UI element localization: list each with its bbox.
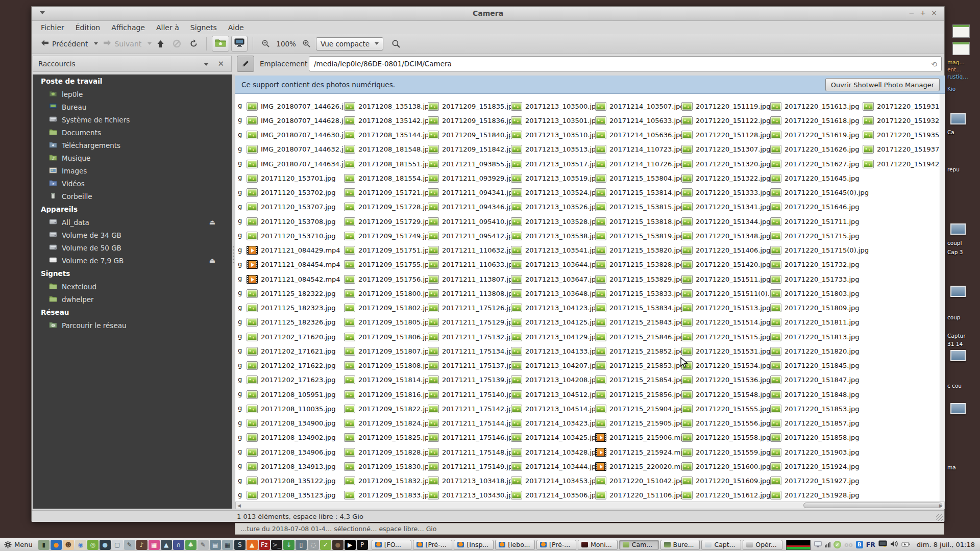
file-item[interactable]: 20171214_103428.jpg	[511, 446, 600, 458]
desktop-photo-icon[interactable]	[950, 223, 966, 235]
forward-button[interactable]: Suivant	[100, 37, 144, 50]
reload-location-icon[interactable]: ⟲	[931, 60, 937, 68]
file-item[interactable]: 20171202_171623.jpg	[247, 374, 336, 386]
file-item[interactable]: 20171209_151807.jpg	[344, 345, 433, 357]
file-item[interactable]: 20171213_103647.jpg	[511, 273, 600, 285]
computer-button[interactable]	[231, 36, 248, 52]
file-item[interactable]: 20171211_095412.jpg	[428, 230, 517, 242]
file-item[interactable]: 20171208_181551.jpg	[344, 158, 433, 170]
file-item[interactable]: 20171220_151612.jpg	[681, 489, 771, 502]
taskbar-window-lebo[interactable]: [lebo...	[495, 540, 535, 550]
chevron-down-icon[interactable]	[204, 63, 209, 66]
file-item[interactable]: 20171208_135123.jpg	[247, 489, 336, 502]
file-item[interactable]: 20171215_153815.jpg	[595, 201, 684, 213]
file-item[interactable]: 20171220_151122.jpg	[681, 114, 771, 127]
file-item[interactable]: 20171215_215906.mp4	[595, 432, 689, 444]
file-item[interactable]: 20171209_151802.jpg	[344, 302, 433, 314]
file-item[interactable]: 20171208_135142.jpg	[344, 114, 433, 127]
file-item[interactable]: 20171211_175129.jpg	[428, 316, 517, 329]
file-item[interactable]: 20171211_095410.jpg	[428, 215, 517, 228]
menu-item-aller[interactable]: Aller à	[151, 22, 184, 33]
headphones-icon[interactable]: ∩	[173, 540, 184, 550]
horizontal-scrollbar[interactable]: ◀ ▶	[235, 502, 945, 509]
menu-button[interactable]: Menu	[2, 540, 37, 549]
file-item[interactable]: 20171211_175148.jpg	[428, 446, 517, 458]
audio-face-icon[interactable]: ☻	[63, 540, 74, 550]
file-item[interactable]: 20171209_151800.jpg	[344, 287, 433, 299]
file-item[interactable]: 20171215_215905.jpg	[595, 417, 684, 430]
file-item[interactable]: 20171208_134900.jpg	[247, 417, 336, 430]
file-item[interactable]: 20171220_151857.jpg	[770, 417, 860, 430]
file-item[interactable]: 20171209_151816.jpg	[344, 388, 433, 400]
file-item[interactable]: 20171209_151749.jpg	[344, 230, 433, 242]
file-item[interactable]: 20171213_103541.jpg	[511, 244, 600, 257]
file-item[interactable]: 20171215_153833.jpg	[595, 287, 684, 299]
file-item[interactable]: 20171220_151341.jpg	[681, 201, 771, 213]
display-tray-icon[interactable]	[814, 540, 822, 549]
desktop-document-icon[interactable]	[952, 24, 970, 38]
network-signal-icon[interactable]	[825, 542, 830, 547]
file-item[interactable]: 20171220_151534.jpg	[681, 360, 771, 372]
sync-circles-icon[interactable]: oo	[844, 541, 853, 548]
file-item[interactable]: 20171213_103513.jpg	[511, 143, 600, 156]
file-item[interactable]: 20171211_175139.jpg	[428, 374, 517, 386]
edit-location-button[interactable]	[237, 56, 254, 72]
file-item[interactable]: 20171220_151903.jpg	[770, 446, 860, 458]
firefox-icon[interactable]: ●	[51, 540, 62, 550]
file-item[interactable]: 20171220_151333.jpg	[681, 187, 771, 199]
file-item[interactable]: 20171213_104133.jpg	[511, 345, 600, 357]
file-item[interactable]: 20171211_175146.jpg	[428, 432, 517, 444]
file-item[interactable]: 20171215_215904.jpg	[595, 403, 684, 415]
file-item[interactable]: 20171214_110723.jpg	[595, 143, 684, 156]
file-item[interactable]: 20171121_084454.mp4	[247, 259, 340, 271]
eye-icon[interactable]: ◉	[75, 540, 86, 550]
menu-item-fichier[interactable]: Fichier	[36, 22, 69, 33]
file-item[interactable]: 20171220_151942.jpg	[863, 158, 945, 170]
file-item[interactable]: 20171220_151845.jpg	[770, 360, 860, 372]
file-item[interactable]: 20171214_105633.jpg	[595, 114, 684, 127]
bluetooth-icon[interactable]: B	[856, 541, 863, 548]
disc-icon[interactable]: ◌	[308, 540, 319, 550]
file-item[interactable]: 20171208_181554.jpg	[344, 172, 433, 184]
file-item[interactable]: 20171220_151935.jpg	[863, 129, 945, 141]
maximize-button[interactable]: +	[918, 9, 928, 17]
view-mode-select[interactable]: Vue compacte	[316, 37, 383, 51]
file-item[interactable]: 20171215_215846.jpg	[595, 331, 684, 343]
file-item[interactable]: 20171209_151751.jpg	[344, 244, 433, 257]
taskbar-window-pr[interactable]: [Pré-...	[413, 540, 453, 550]
zoom-out-button[interactable]	[258, 37, 273, 50]
scroll-right-icon[interactable]: ▶	[939, 503, 943, 508]
file-item[interactable]: 20171214_103507.jpg	[595, 100, 684, 112]
sidebar-item-musique[interactable]: ♪Musique	[33, 152, 232, 164]
shield-check-icon[interactable]: ✓	[834, 541, 841, 548]
taskbar-window-insp[interactable]: [Insp...	[454, 540, 494, 550]
close-button[interactable]: ×	[929, 9, 939, 17]
file-item[interactable]: 20171213_104208.jpg	[511, 374, 600, 386]
file-item[interactable]: 20171215_153834.jpg	[595, 302, 684, 314]
file-item[interactable]: 20171220_151548.jpg	[681, 388, 771, 400]
file-item[interactable]: 20171125_182322.jpg	[247, 287, 336, 299]
file-item[interactable]: 20171211_175137.jpg	[428, 360, 517, 372]
file-item[interactable]: 20171214_103425.jpg	[511, 432, 600, 444]
screen-warning-icon[interactable]	[878, 540, 887, 549]
taskbar-window-bure[interactable]: Bure...	[660, 540, 700, 550]
menu-item-aide[interactable]: Aide	[223, 22, 249, 33]
file-item[interactable]: 20171209_151822.jpg	[344, 403, 433, 415]
file-item[interactable]: 20171211_113807.jpg	[428, 273, 517, 285]
file-item[interactable]: 20171213_103510.jpg	[511, 129, 600, 141]
zoom-in-button[interactable]	[299, 37, 314, 50]
file-item[interactable]: 20171220_151106.jpg	[595, 489, 684, 502]
file-item[interactable]: 20171208_181548.jpg	[344, 143, 433, 156]
pix-grid-icon[interactable]: ▦	[149, 540, 160, 550]
file-item[interactable]: 20171211_175149.jpg	[428, 460, 517, 472]
file-item[interactable]: 20171220_151613.jpg	[770, 100, 860, 112]
forward-history-dropdown[interactable]	[148, 42, 152, 45]
file-item[interactable]: 20171215_215853.jpg	[595, 360, 684, 372]
file-item[interactable]: 20171220_151803.jpg	[770, 287, 860, 299]
pane-separator[interactable]	[232, 74, 235, 509]
file-item[interactable]: 20171220_151511.jpg	[681, 273, 771, 285]
file-item[interactable]: IMG_20180707_144632.jpg	[247, 143, 352, 156]
file-item[interactable]: 20171208_134906.jpg	[247, 446, 336, 458]
file-item[interactable]: 20171215_215924.mp4	[595, 446, 689, 458]
sidebar-item-dwhelper[interactable]: dwhelper	[33, 293, 232, 306]
